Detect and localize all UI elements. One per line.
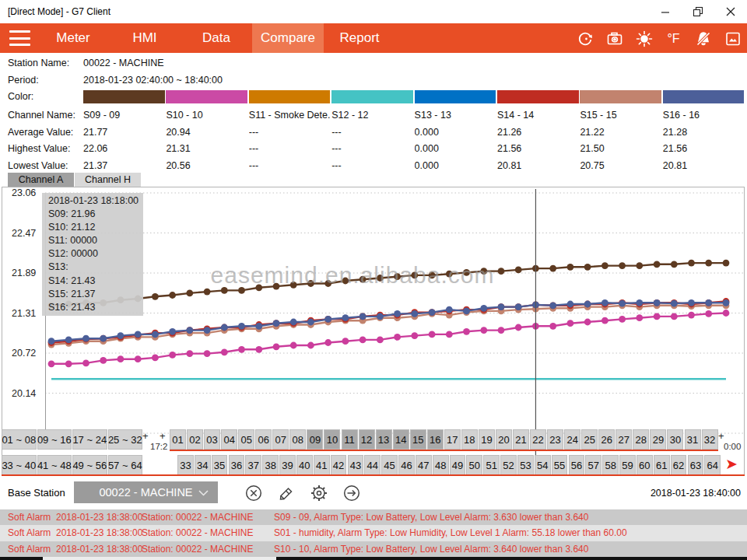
apply-button[interactable] bbox=[341, 482, 362, 503]
minimize-button[interactable] bbox=[649, 0, 682, 23]
channel-button-08[interactable]: 08 bbox=[289, 429, 306, 450]
channel-button-03[interactable]: 03 bbox=[204, 429, 220, 450]
channel-button-14[interactable]: 14 bbox=[393, 429, 409, 450]
channel-button-54[interactable]: 54 bbox=[535, 455, 551, 475]
axis-expand-icon[interactable]: + bbox=[718, 430, 724, 442]
channel-button-51[interactable]: 51 bbox=[483, 455, 500, 475]
alarm-row[interactable]: Soft Alarm2018-01-23 18:38:00Station: 00… bbox=[0, 509, 747, 525]
channel-button-30[interactable]: 30 bbox=[667, 429, 683, 450]
camera-icon[interactable] bbox=[605, 29, 624, 48]
axis-expand-icon[interactable]: + bbox=[160, 430, 166, 442]
nav-item-compare[interactable]: Compare bbox=[252, 23, 324, 53]
channel-button-02[interactable]: 02 bbox=[187, 429, 203, 450]
nav-item-meter[interactable]: Meter bbox=[37, 23, 109, 53]
channel-button-12[interactable]: 12 bbox=[359, 429, 375, 450]
alarm-row[interactable]: Soft Alarm2018-01-23 18:38:00Station: 00… bbox=[0, 541, 747, 557]
menu-icon[interactable] bbox=[9, 30, 30, 46]
channel-button-39[interactable]: 39 bbox=[279, 455, 296, 475]
channel-button-09[interactable]: 09 bbox=[307, 429, 323, 450]
channel-button-23[interactable]: 23 bbox=[547, 429, 563, 450]
erase-button[interactable] bbox=[275, 482, 296, 503]
channel-button-49[interactable]: 49 bbox=[450, 455, 466, 475]
settings-button[interactable] bbox=[308, 482, 329, 503]
channel-button-06[interactable]: 06 bbox=[255, 429, 272, 450]
channel-button-44[interactable]: 44 bbox=[364, 455, 381, 475]
channel-button-58[interactable]: 58 bbox=[602, 455, 619, 475]
cancel-button[interactable] bbox=[243, 482, 264, 503]
channel-button-33[interactable]: 33 bbox=[177, 455, 194, 475]
brightness-icon[interactable] bbox=[634, 29, 654, 48]
channel-button-50[interactable]: 50 bbox=[466, 455, 482, 475]
channel-button-41[interactable]: 41 bbox=[314, 455, 330, 475]
channel-button-53[interactable]: 53 bbox=[517, 455, 534, 475]
channel-button-60[interactable]: 60 bbox=[637, 455, 653, 475]
channel-button-15[interactable]: 15 bbox=[410, 429, 426, 450]
snapshot-icon[interactable] bbox=[723, 29, 742, 48]
channel-button-35[interactable]: 35 bbox=[212, 455, 228, 475]
channel-button-18[interactable]: 18 bbox=[461, 429, 478, 450]
axis-expand-icon[interactable]: + bbox=[142, 430, 149, 442]
channel-button-21[interactable]: 21 bbox=[513, 429, 529, 450]
channel-button-37[interactable]: 37 bbox=[245, 455, 261, 475]
tab-channel-h[interactable]: Channel H bbox=[75, 173, 141, 187]
channel-button-01~08[interactable]: 01 ~ 08 bbox=[2, 429, 37, 450]
channel-button-56[interactable]: 56 bbox=[569, 455, 585, 475]
nav-item-hmi[interactable]: HMI bbox=[109, 23, 181, 53]
channel-button-33~40[interactable]: 33 ~ 40 bbox=[2, 455, 37, 475]
channel-button-55[interactable]: 55 bbox=[552, 455, 568, 475]
maximize-button[interactable] bbox=[682, 0, 714, 23]
alarm-row[interactable]: Soft Alarm2018-01-23 18:38:00Station: 00… bbox=[0, 525, 747, 541]
channel-button-22[interactable]: 22 bbox=[530, 429, 546, 450]
alarm-mute-icon[interactable] bbox=[693, 29, 713, 48]
channel-button-13[interactable]: 13 bbox=[376, 429, 392, 450]
channel-button-36[interactable]: 36 bbox=[229, 455, 245, 475]
channel-button-16[interactable]: 16 bbox=[427, 429, 444, 450]
channel-button-11[interactable]: 11 bbox=[342, 429, 358, 450]
channel-button-17~24[interactable]: 17 ~ 24 bbox=[72, 429, 107, 450]
channel-button-32[interactable]: 32 bbox=[702, 429, 718, 450]
channel-button-43[interactable]: 43 bbox=[348, 455, 364, 475]
next-page-arrow[interactable]: ➤ bbox=[725, 455, 738, 475]
channel-button-64[interactable]: 64 bbox=[704, 455, 721, 475]
channel-button-62[interactable]: 62 bbox=[671, 455, 687, 475]
tab-channel-a[interactable]: Channel A bbox=[8, 173, 74, 187]
channel-button-25[interactable]: 25 bbox=[581, 429, 598, 450]
channel-button-41~48[interactable]: 41 ~ 48 bbox=[37, 455, 72, 475]
channel-button-48[interactable]: 48 bbox=[433, 455, 449, 475]
base-station-dropdown[interactable]: 00022 - MACHINE bbox=[74, 481, 218, 503]
channel-button-09~16[interactable]: 09 ~ 16 bbox=[37, 429, 72, 450]
channel-button-05[interactable]: 05 bbox=[238, 429, 254, 450]
channel-button-27[interactable]: 27 bbox=[615, 429, 632, 450]
channel-button-57[interactable]: 57 bbox=[585, 455, 601, 475]
channel-button-26[interactable]: 26 bbox=[598, 429, 615, 450]
channel-button-63[interactable]: 63 bbox=[688, 455, 704, 475]
channel-button-40[interactable]: 40 bbox=[296, 455, 313, 475]
channel-button-34[interactable]: 34 bbox=[195, 455, 211, 475]
channel-button-42[interactable]: 42 bbox=[331, 455, 347, 475]
channel-button-29[interactable]: 29 bbox=[650, 429, 666, 450]
channel-button-19[interactable]: 19 bbox=[479, 429, 495, 450]
channel-button-10[interactable]: 10 bbox=[324, 429, 340, 450]
close-button[interactable] bbox=[714, 0, 747, 23]
channel-button-46[interactable]: 46 bbox=[398, 455, 415, 475]
temp-unit-icon[interactable]: °F bbox=[664, 29, 683, 48]
channel-button-07[interactable]: 07 bbox=[272, 429, 289, 450]
channel-button-17[interactable]: 17 bbox=[444, 429, 461, 450]
channel-button-57~64[interactable]: 57 ~ 64 bbox=[108, 455, 143, 475]
channel-button-04[interactable]: 04 bbox=[221, 429, 237, 450]
channel-button-38[interactable]: 38 bbox=[262, 455, 279, 475]
channel-button-24[interactable]: 24 bbox=[564, 429, 580, 450]
channel-button-31[interactable]: 31 bbox=[685, 429, 701, 450]
channel-button-47[interactable]: 47 bbox=[416, 455, 432, 475]
channel-button-49~56[interactable]: 49 ~ 56 bbox=[72, 455, 107, 475]
channel-button-28[interactable]: 28 bbox=[633, 429, 649, 450]
channel-button-61[interactable]: 61 bbox=[654, 455, 670, 475]
channel-button-52[interactable]: 52 bbox=[500, 455, 517, 475]
channel-button-45[interactable]: 45 bbox=[381, 455, 398, 475]
channel-button-20[interactable]: 20 bbox=[496, 429, 512, 450]
channel-button-01[interactable]: 01 bbox=[170, 429, 186, 450]
sync-icon[interactable] bbox=[575, 29, 594, 48]
channel-button-59[interactable]: 59 bbox=[619, 455, 636, 475]
channel-button-25~32[interactable]: 25 ~ 32 bbox=[108, 429, 143, 450]
nav-item-data[interactable]: Data bbox=[181, 23, 252, 53]
